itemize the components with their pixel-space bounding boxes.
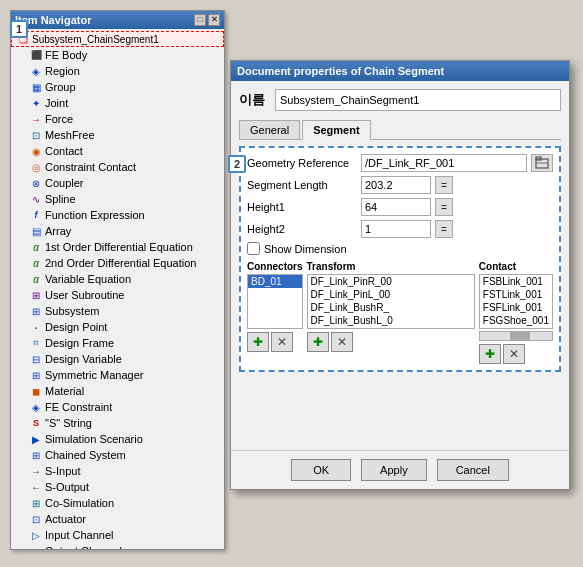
connectors-actions: ✚ ✕ <box>247 332 303 352</box>
tree-item-sim-scenario[interactable]: ▶ Simulation Scenario <box>11 431 224 447</box>
height2-input[interactable] <box>361 220 431 238</box>
tree-item-diff1[interactable]: α 1st Order Differential Equation <box>11 239 224 255</box>
ok-button[interactable]: OK <box>291 459 351 481</box>
height1-row: Height1 = <box>247 198 553 216</box>
geometry-ref-label: Geometry Reference <box>247 157 357 169</box>
tree-item-output-ch[interactable]: ◁ Output Channel <box>11 543 224 549</box>
transform-add-button[interactable]: ✚ <box>307 332 329 352</box>
cancel-button[interactable]: Cancel <box>437 459 509 481</box>
spline-label: Spline <box>45 193 76 205</box>
tree-item-design-var[interactable]: ⊟ Design Variable <box>11 351 224 367</box>
apply-button[interactable]: Apply <box>361 459 427 481</box>
tab-bar: General Segment <box>239 119 561 140</box>
tree-item-array[interactable]: ▤ Array <box>11 223 224 239</box>
input-ch-icon: ▷ <box>29 528 43 542</box>
tree-item-soutput[interactable]: ← S-Output <box>11 479 224 495</box>
tree-item-spline[interactable]: ∿ Spline <box>11 191 224 207</box>
spline-icon: ∿ <box>29 192 43 206</box>
segment-length-label: Segment Length <box>247 179 357 191</box>
tree-item-design-point[interactable]: · Design Point <box>11 319 224 335</box>
region-icon: ◈ <box>29 64 43 78</box>
segment-length-button[interactable]: = <box>435 176 453 194</box>
tree-item-actuator[interactable]: ⊡ Actuator <box>11 511 224 527</box>
tree-item-force[interactable]: → Force <box>11 111 224 127</box>
geometry-ref-button[interactable] <box>531 154 553 172</box>
cosim-label: Co-Simulation <box>45 497 114 509</box>
tree-item-fe-body[interactable]: ⬛ FE Body <box>11 47 224 63</box>
design-var-icon: ⊟ <box>29 352 43 366</box>
show-dimension-checkbox[interactable] <box>247 242 260 255</box>
string-label: "S" String <box>45 417 92 429</box>
transform-delete-button[interactable]: ✕ <box>331 332 353 352</box>
tree-item-diff2[interactable]: α 2nd Order Differential Equation <box>11 255 224 271</box>
tree-item-subsystem[interactable]: ⊞ Subsystem <box>11 303 224 319</box>
chained-label: Chained System <box>45 449 126 461</box>
tree-item-group[interactable]: ▦ Group <box>11 79 224 95</box>
contact-label: Contact <box>45 145 83 157</box>
tree-item-root[interactable]: ❑ Subsystem_ChainSegment1 <box>11 31 224 47</box>
tree-item-sinput[interactable]: → S-Input <box>11 463 224 479</box>
tab-segment[interactable]: Segment <box>302 120 370 140</box>
contact-delete-button[interactable]: ✕ <box>503 344 525 364</box>
contact-item-1[interactable]: FSTLink_001 <box>480 288 552 301</box>
sim-scenario-label: Simulation Scenario <box>45 433 143 445</box>
tree-item-contact[interactable]: ◉ Contact <box>11 143 224 159</box>
fe-constraint-label: FE Constraint <box>45 401 112 413</box>
geometry-ref-input[interactable] <box>361 154 527 172</box>
transform-item-0[interactable]: DF_Link_PinR_00 <box>308 275 474 288</box>
height2-row: Height2 = <box>247 220 553 238</box>
contact-add-button[interactable]: ✚ <box>479 344 501 364</box>
connector-item-bd01[interactable]: BD_01 <box>248 275 302 288</box>
tree-item-meshfree[interactable]: ⊡ MeshFree <box>11 127 224 143</box>
close-button[interactable]: ✕ <box>208 14 220 26</box>
string-icon: S <box>29 416 43 430</box>
tree-item-material[interactable]: ◼ Material <box>11 383 224 399</box>
diff1-icon: α <box>29 240 43 254</box>
connectors-delete-button[interactable]: ✕ <box>271 332 293 352</box>
soutput-label: S-Output <box>45 481 89 493</box>
tree-item-input-ch[interactable]: ▷ Input Channel <box>11 527 224 543</box>
tree-item-string[interactable]: S "S" String <box>11 415 224 431</box>
name-row: 이름 <box>239 89 561 111</box>
segment-length-row: Segment Length = <box>247 176 553 194</box>
tree-item-cosim[interactable]: ⊞ Co-Simulation <box>11 495 224 511</box>
tree-item-constraint[interactable]: ◎ Constraint Contact <box>11 159 224 175</box>
sinput-icon: → <box>29 464 43 478</box>
tree-item-chained[interactable]: ⊞ Chained System <box>11 447 224 463</box>
tab-general[interactable]: General <box>239 120 300 140</box>
height2-button[interactable]: = <box>435 220 453 238</box>
design-var-label: Design Variable <box>45 353 122 365</box>
transform-item-1[interactable]: DF_Link_PinL_00 <box>308 288 474 301</box>
cosim-icon: ⊞ <box>29 496 43 510</box>
transform-list: DF_Link_PinR_00 DF_Link_PinL_00 DF_Link_… <box>307 274 475 329</box>
tree-item-joint[interactable]: ✦ Joint <box>11 95 224 111</box>
transform-column: Transform DF_Link_PinR_00 DF_Link_PinL_0… <box>307 261 475 364</box>
contact-scrollbar[interactable] <box>479 331 553 341</box>
group-icon: ▦ <box>29 80 43 94</box>
contact-icon: ◉ <box>29 144 43 158</box>
root-label: Subsystem_ChainSegment1 <box>32 34 159 45</box>
minimize-button[interactable]: □ <box>194 14 206 26</box>
transform-item-2[interactable]: DF_Link_BushR_ <box>308 301 474 314</box>
tree-item-fe-constraint[interactable]: ◈ FE Constraint <box>11 399 224 415</box>
contact-item-2[interactable]: FSFLink_001 <box>480 301 552 314</box>
height1-input[interactable] <box>361 198 431 216</box>
dialog-titlebar: Document properties of Chain Segment <box>231 61 569 81</box>
tree-item-region[interactable]: ◈ Region <box>11 63 224 79</box>
contact-item-0[interactable]: FSBLink_001 <box>480 275 552 288</box>
height1-button[interactable]: = <box>435 198 453 216</box>
tree-item-sym-mgr[interactable]: ⊞ Symmetric Manager <box>11 367 224 383</box>
segment-length-input[interactable] <box>361 176 431 194</box>
subroutine-icon: ⊞ <box>29 288 43 302</box>
function-label: Function Expression <box>45 209 145 221</box>
tree-item-variable[interactable]: α Variable Equation <box>11 271 224 287</box>
tree-item-design-frame[interactable]: ⌗ Design Frame <box>11 335 224 351</box>
transform-item-3[interactable]: DF_Link_BushL_0 <box>308 314 474 327</box>
connectors-add-button[interactable]: ✚ <box>247 332 269 352</box>
name-input[interactable] <box>275 89 561 111</box>
tree-item-coupler[interactable]: ⊗ Coupler <box>11 175 224 191</box>
contact-item-3[interactable]: FSGShoe_001 <box>480 314 552 327</box>
tree-item-subroutine[interactable]: ⊞ User Subroutine <box>11 287 224 303</box>
connectors-header: Connectors <box>247 261 303 272</box>
tree-item-function[interactable]: f Function Expression <box>11 207 224 223</box>
